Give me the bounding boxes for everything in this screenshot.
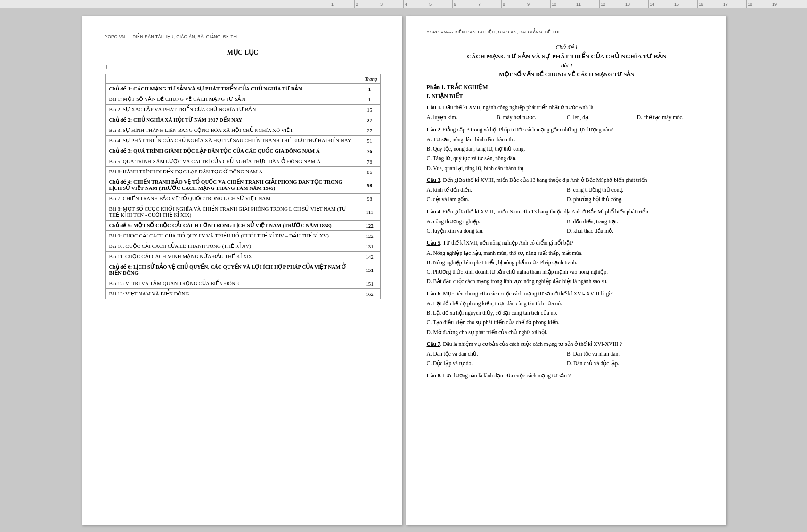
toc-row-page: 98	[359, 177, 380, 194]
answer-option: A. Nông nghiệp lạc hậu, manh mún, thô sơ…	[427, 249, 707, 257]
answer-option: A. kinh tế đồn điền.	[427, 186, 567, 194]
section2-title: I. NHẬN BIẾT	[427, 93, 707, 100]
answer-option: C. Tăng lữ, quý tộc và tư sản, nông dân.	[427, 155, 707, 163]
answer-option: B. Quý tộc, nông dân, tăng lữ, thợ thủ c…	[427, 145, 707, 153]
section1-title: Phần 1. TRẮC NGHIỆM	[427, 84, 707, 91]
toc-row-text: Bài 3: SỰ HÌNH THÀNH LIÊN BANG CỘNG HÒA …	[105, 125, 359, 136]
ruler-mark-1: 1	[330, 0, 354, 8]
answer-row: C. luyện kim và đóng tàu.D. khai thác dầ…	[427, 227, 707, 235]
answer-option: C. Phương thức kinh doanh tư bản chủ ngh…	[427, 268, 707, 276]
question-num-4: Câu 4. Đến giữa thế kỉ XVIII, miền Nam c…	[427, 209, 649, 214]
questions-container: Câu 1. Đầu thế ki XVII, ngành công nghiệ…	[427, 104, 707, 380]
answer-option: D. Dân chủ và độc lập.	[567, 360, 707, 368]
toc-col-header: Trang	[359, 74, 380, 84]
ruler-mark-5: 5	[428, 0, 452, 8]
toc-plus-icon[interactable]: +	[105, 64, 381, 71]
answer-option: D. Bắt đầu cuộc cách mạng trong lĩnh vực…	[427, 278, 707, 286]
toc-row-text: Chủ đề 3: QUÁ TRÌNH GIÀNH ĐỘC LẬP DÂN TỘ…	[105, 146, 359, 156]
question-1: Câu 1. Đầu thế ki XVII, ngành công nghiệ…	[427, 104, 707, 112]
toc-table: Trang Chủ đề 1: CÁCH MẠNG TƯ SẢN VÀ SỰ P…	[105, 74, 381, 299]
answer-option: A. Lật đổ chế độ phong kiến, thực dân cù…	[427, 300, 707, 308]
toc-row: Bài 9: CUỘC CẢI CÁCH CỦA HỒ QUÝ LY VÀ TR…	[105, 231, 380, 241]
toc-row: Bài 1: MỘT SỐ VẤN ĐỀ CHUNG VỀ CÁCH MẠNG …	[105, 94, 380, 105]
pages-container: YOPO.VN---- DIỄN ĐÀN TÀI LIỆU, GIÁO ÁN, …	[0, 8, 807, 532]
answer-option: A. luyện kim.	[427, 114, 497, 122]
toc-row-page: 76	[359, 156, 380, 167]
ruler-mark-13: 13	[624, 0, 648, 8]
answer-row-1: A. luyện kim.B. máy hơi nước.C. len, dạ.…	[427, 114, 707, 122]
answer-option: D. Vua, quan lại, tăng lữ, bình dân thàn…	[427, 164, 707, 172]
question-4: Câu 4. Đến giữa thế kỉ XVIII, miền Nam c…	[427, 208, 707, 216]
ruler-mark-16: 16	[697, 0, 722, 8]
ruler-mark-3: 3	[379, 0, 403, 8]
ruler-mark-10: 10	[550, 0, 575, 8]
toc-row-text: Chủ đề 1: CÁCH MẠNG TƯ SẢN VÀ SỰ PHÁT TR…	[105, 84, 359, 94]
answer-row: A. Dân tộc và dân chủ.B. Dân tộc và nhân…	[427, 350, 707, 358]
answer-option: B. công trường thủ công.	[567, 186, 707, 194]
toc-row-page: 86	[359, 167, 380, 177]
toc-row-text: Chủ đề 6: LỊCH SỬ BẢO VỆ CHỦ QUYỀN, CÁC …	[105, 262, 359, 278]
chapter-header: Chủ đề 1 CÁCH MẠNG TƯ SẢN VÀ SỰ PHÁT TRI…	[427, 44, 707, 78]
ruler-mark-18: 18	[746, 0, 771, 8]
question-num-6: Câu 6. Mục tiêu chung của cách cuộc cách…	[427, 291, 613, 296]
toc-row-page: 27	[359, 125, 380, 136]
toc-row: Bài 8: MỘT SỐ CUỘC KHỞI NGHĨA VÀ CHIẾN T…	[105, 204, 380, 221]
toc-row: Chủ đề 1: CÁCH MẠNG TƯ SẢN VÀ SỰ PHÁT TR…	[105, 84, 380, 94]
toc-row-text: Bài 9: CUỘC CẢI CÁCH CỦA HỒ QUÝ LY VÀ TR…	[105, 231, 359, 241]
left-page-header: YOPO.VN---- DIỄN ĐÀN TÀI LIỆU, GIÁO ÁN, …	[105, 34, 381, 39]
toc-row: Chủ đề 5: MỘT SỐ CUỘC CẢI CÁCH LỚN TRONG…	[105, 221, 380, 231]
toc-row: Bài 13: VIỆT NAM VÀ BIỂN ĐÔNG162	[105, 289, 380, 299]
toc-row: Bài 12: VỊ TRÍ VÀ TẦM QUAN TRỌNG CỦA BIỂ…	[105, 278, 380, 289]
answer-option: D. Mở đường cho sự phát triển của chủ ng…	[427, 328, 707, 336]
question-8: Câu 8. Lực lượng nào là lãnh đạo của cuộ…	[427, 372, 707, 380]
lesson-label: Bài 1	[427, 62, 707, 69]
answer-option: A. Tư sản, nông dân, bình dân thành thị.	[427, 136, 707, 144]
toc-row-text: Bài 1: MỘT SỐ VẤN ĐỀ CHUNG VỀ CÁCH MẠNG …	[105, 94, 359, 105]
toc-row-page: 122	[359, 231, 380, 241]
toc-row-page: 27	[359, 115, 380, 125]
toc-row: Chủ đề 4: CHIẾN TRANH BẢO VỆ TỔ QUỐC VÀ …	[105, 177, 380, 194]
toc-row-text: Bài 12: VỊ TRÍ VÀ TẦM QUAN TRỌNG CỦA BIỂ…	[105, 278, 359, 289]
toc-row-page: 76	[359, 146, 380, 156]
toc-row-text: Bài 6: HÀNH TRÌNH ĐI ĐẾN ĐỘC LẬP DÂN TỘC…	[105, 167, 359, 177]
answer-row: C. Độc lập và tự do.D. Dân chủ và độc lậ…	[427, 360, 707, 368]
toc-row: Bài 11: CUỘC CẢI CÁCH MINH MẠNG NỬA ĐẦU …	[105, 252, 380, 262]
toc-row-page: 122	[359, 221, 380, 231]
toc-row: Bài 3: SỰ HÌNH THÀNH LIÊN BANG CỘNG HÒA …	[105, 125, 380, 136]
answer-row: A. kinh tế đồn điền.B. công trường thủ c…	[427, 186, 707, 194]
answer-option: A. Dân tộc và dân chủ.	[427, 350, 567, 358]
toc-row-page: 131	[359, 241, 380, 252]
answer-option: C. luyện kim và đóng tàu.	[427, 227, 567, 235]
ruler-mark-15: 15	[673, 0, 697, 8]
answer-row: A. công thương nghiệp.B. đồn điền, trang…	[427, 218, 707, 226]
question-5: Câu 5. Từ thế kỉ XVII, nền nông nghiệp A…	[427, 239, 707, 247]
answer-option: D. phường hội thủ công.	[567, 196, 707, 204]
toc-row-text: Bài 7: CHIẾN TRANH BẢO VỆ TỔ QUỐC TRONG …	[105, 194, 359, 204]
ruler-mark-7: 7	[477, 0, 501, 8]
toc-row-text: Bài 2: SỰ XÁC LẬP VÀ PHÁT TRIỂN CỦA CHỦ …	[105, 105, 359, 115]
answer-option: A. công thương nghiệp.	[427, 218, 567, 226]
chapter-label: Chủ đề 1	[427, 44, 707, 51]
toc-row-text: Bài 11: CUỘC CẢI CÁCH MINH MẠNG NỬA ĐẦU …	[105, 252, 359, 262]
ruler-mark-11: 11	[575, 0, 599, 8]
ruler-mark-12: 12	[599, 0, 624, 8]
answer-row: C. dệt và làm gốm.D. phường hội thủ công…	[427, 196, 707, 204]
right-page-header: YOPO.VN---- DIỄN ĐÀN TÀI LIỆU, GIÁO ÁN, …	[427, 30, 707, 34]
toc-row: Chủ đề 6: LỊCH SỬ BẢO VỆ CHỦ QUYỀN, CÁC …	[105, 262, 380, 278]
toc-row: Bài 7: CHIẾN TRANH BẢO VỆ TỔ QUỐC TRONG …	[105, 194, 380, 204]
toc-row-text: Bài 10: CUỘC CẢI CÁCH CỦA LÊ THÁNH TÔNG …	[105, 241, 359, 252]
ruler-mark-2: 2	[354, 0, 379, 8]
toc-row-page: 1	[359, 94, 380, 105]
toc-row-text: Chủ đề 4: CHIẾN TRANH BẢO VỆ TỔ QUỐC VÀ …	[105, 177, 359, 194]
toc-row: Chủ đề 2: CHỦ NGHĨA XÃ HỘI TỪ NĂM 1917 Đ…	[105, 115, 380, 125]
toc-row-page: 111	[359, 204, 380, 221]
left-page: YOPO.VN---- DIỄN ĐÀN TÀI LIỆU, GIÁO ÁN, …	[82, 16, 402, 525]
question-num-1: Câu 1. Đầu thế ki XVII, ngành công nghiệ…	[427, 105, 594, 110]
toc-row: Bài 5: QUÁ TRÌNH XÂM LƯỢC VÀ CAI TRỊ CỦA…	[105, 156, 380, 167]
ruler-mark-19: 19	[771, 0, 795, 8]
ruler-mark-9: 9	[526, 0, 550, 8]
ruler: 12345678910111213141516171819	[0, 0, 807, 8]
answer-option: C. Độc lập và tự do.	[427, 360, 567, 368]
answer-option: C. len, dạ.	[567, 114, 637, 122]
question-7: Câu 7. Đâu là nhiệm vụ cơ bản của cách c…	[427, 340, 707, 348]
